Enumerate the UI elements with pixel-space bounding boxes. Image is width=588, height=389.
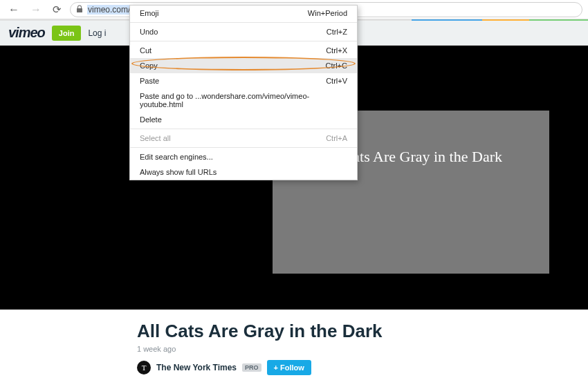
context-menu-item[interactable]: Always show full URLs <box>130 164 357 180</box>
context-menu-item[interactable]: Select allCtrl+A <box>130 131 357 146</box>
lock-icon <box>76 5 83 14</box>
context-menu-item[interactable]: CutCtrl+X <box>130 43 357 58</box>
context-menu-item[interactable]: EmojiWin+Period <box>130 6 357 21</box>
join-button[interactable]: Join <box>52 26 82 41</box>
context-menu-item-shortcut: Ctrl+V <box>326 77 347 85</box>
context-menu-item-shortcut: Ctrl+X <box>326 46 347 55</box>
video-meta-section: All Cats Are Gray in the Dark 1 week ago… <box>0 310 588 375</box>
follow-button[interactable]: + Follow <box>267 360 311 375</box>
back-button[interactable]: ← <box>6 2 22 17</box>
context-menu-separator <box>130 147 357 148</box>
context-menu-separator <box>130 22 357 23</box>
context-menu-item-label: Always show full URLs <box>140 168 217 176</box>
context-menu-item-shortcut: Ctrl+Z <box>327 28 347 36</box>
context-menu-item-label: Undo <box>140 28 158 36</box>
context-menu-item-label: Select all <box>140 134 171 142</box>
context-menu-item-label: Copy <box>140 61 158 70</box>
context-menu-item-label: Cut <box>140 46 151 55</box>
upload-time: 1 week ago <box>137 345 588 353</box>
video-title: All Cats Are Gray in the Dark <box>137 321 588 342</box>
context-menu-item-label: Emoji <box>140 9 159 17</box>
forward-button[interactable]: → <box>28 2 44 17</box>
reload-button[interactable]: ⟳ <box>50 2 64 17</box>
pro-badge: PRO <box>242 363 261 372</box>
context-menu-item-label: Paste <box>140 77 159 85</box>
context-menu-separator <box>130 41 357 41</box>
context-menu-item-label: Edit search engines... <box>140 153 213 161</box>
context-menu-item[interactable]: CopyCtrl+C <box>130 58 357 73</box>
author-row: T The New York Times PRO + Follow <box>137 360 588 375</box>
context-menu-item-shortcut: Win+Period <box>308 9 347 17</box>
context-menu-separator <box>130 129 357 129</box>
context-menu-item[interactable]: Paste and go to ...wondershare.com/vimeo… <box>130 88 357 112</box>
context-menu: EmojiWin+PeriodUndoCtrl+ZCutCtrl+XCopyCt… <box>129 5 358 180</box>
context-menu-item[interactable]: Edit search engines... <box>130 149 357 164</box>
vimeo-logo[interactable]: vimeo <box>8 25 45 41</box>
login-link[interactable]: Log i <box>88 28 106 38</box>
context-menu-item-shortcut: Ctrl+A <box>326 134 347 142</box>
context-menu-item[interactable]: UndoCtrl+Z <box>130 24 357 39</box>
context-menu-item[interactable]: Delete <box>130 112 357 127</box>
avatar[interactable]: T <box>137 361 151 374</box>
context-menu-item[interactable]: PasteCtrl+V <box>130 73 357 88</box>
context-menu-item-shortcut: Ctrl+C <box>326 61 347 70</box>
context-menu-item-label: Paste and go to ...wondershare.com/vimeo… <box>140 92 347 108</box>
author-name[interactable]: The New York Times <box>156 363 237 372</box>
context-menu-item-label: Delete <box>140 115 162 124</box>
